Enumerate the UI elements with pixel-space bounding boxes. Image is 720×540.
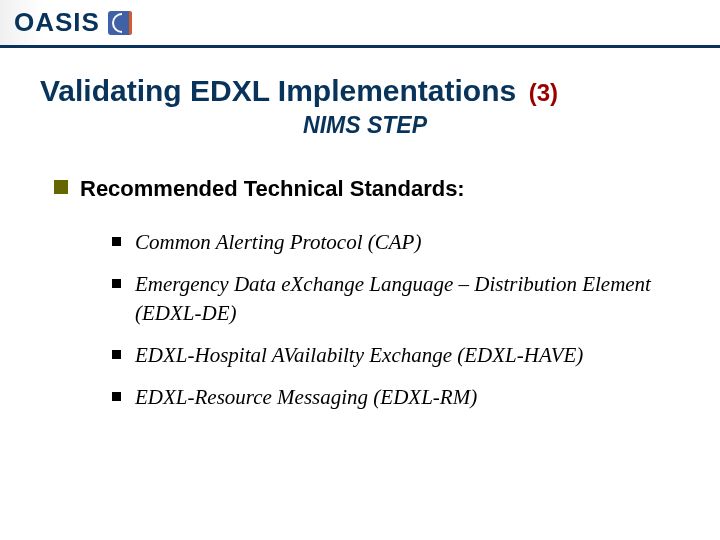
section-heading: Recommended Technical Standards: — [80, 176, 465, 202]
square-bullet-small-icon — [112, 392, 121, 401]
square-bullet-small-icon — [112, 279, 121, 288]
slide-title: Validating EDXL Implementations — [40, 74, 516, 107]
list-item: Emergency Data eXchange Language – Distr… — [112, 270, 680, 327]
bullet-level1: Recommended Technical Standards: — [54, 176, 680, 202]
list-item: EDXL-Hospital AVailabilty Exchange (EDXL… — [112, 341, 680, 369]
slide: OASIS EDXL - 101 Validating EDXL Impleme… — [0, 0, 720, 540]
slide-content: Recommended Technical Standards: Common … — [54, 176, 680, 426]
square-bullet-small-icon — [112, 237, 121, 246]
list-item: EDXL-Resource Messaging (EDXL-RM) — [112, 383, 680, 411]
slide-title-suffix: (3) — [529, 79, 558, 106]
square-bullet-small-icon — [112, 350, 121, 359]
title-block: Validating EDXL Implementations (3) NIMS… — [40, 74, 690, 139]
slide-header: OASIS EDXL - 101 — [0, 0, 720, 48]
list-item-text: EDXL-Hospital AVailabilty Exchange (EDXL… — [135, 341, 583, 369]
list-item: Common Alerting Protocol (CAP) — [112, 228, 680, 256]
oasis-logo: OASIS — [14, 7, 132, 38]
sub-bullet-list: Common Alerting Protocol (CAP) Emergency… — [112, 228, 680, 412]
header-label: EDXL - 101 — [618, 18, 686, 33]
list-item-text: Common Alerting Protocol (CAP) — [135, 228, 421, 256]
square-bullet-icon — [54, 180, 68, 194]
list-item-text: Emergency Data eXchange Language – Distr… — [135, 270, 680, 327]
list-item-text: EDXL-Resource Messaging (EDXL-RM) — [135, 383, 477, 411]
slide-subtitle: NIMS STEP — [40, 112, 690, 139]
logo-mark-icon — [108, 11, 132, 35]
logo-text: OASIS — [14, 7, 100, 38]
